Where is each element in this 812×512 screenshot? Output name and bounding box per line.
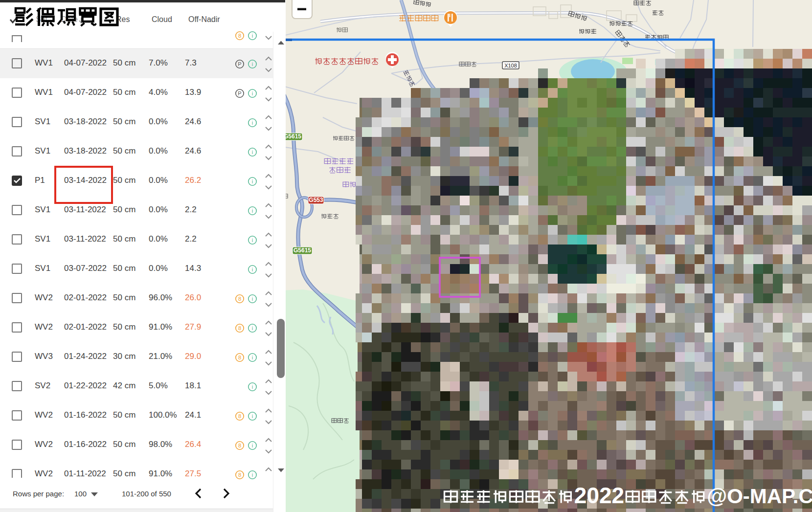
svg-text:i: i [252,149,253,155]
svg-text:G5615: G5615 [286,133,301,140]
svg-text:8: 8 [238,355,241,360]
svg-text:8: 8 [238,472,241,478]
svg-text:@O-MAP.CN: @O-MAP.CN [707,485,812,508]
svg-text:G5615: G5615 [293,247,311,254]
svg-text:i: i [252,61,253,67]
svg-text:i: i [252,178,253,184]
svg-text:i: i [252,355,253,360]
svg-text:G553: G553 [309,197,323,203]
svg-text:i: i [252,33,253,39]
svg-text:i: i [252,384,253,390]
svg-text:P: P [238,90,241,96]
svg-text:X108: X108 [504,63,517,68]
svg-text:i: i [252,443,253,448]
svg-text:i: i [252,413,253,419]
svg-text:P: P [238,61,241,67]
svg-text:i: i [252,472,253,478]
svg-text:8: 8 [238,443,241,448]
svg-text:2022: 2022 [574,483,624,508]
svg-text:i: i [252,267,253,272]
svg-text:8: 8 [238,296,241,302]
svg-text:8: 8 [238,33,241,39]
svg-text:8: 8 [238,325,241,331]
svg-text:i: i [252,90,253,96]
svg-text:8: 8 [238,413,241,419]
svg-text:i: i [252,208,253,214]
svg-text:i: i [252,120,253,126]
svg-text:i: i [252,296,253,302]
svg-text:i: i [252,237,253,243]
svg-text:i: i [252,325,253,331]
